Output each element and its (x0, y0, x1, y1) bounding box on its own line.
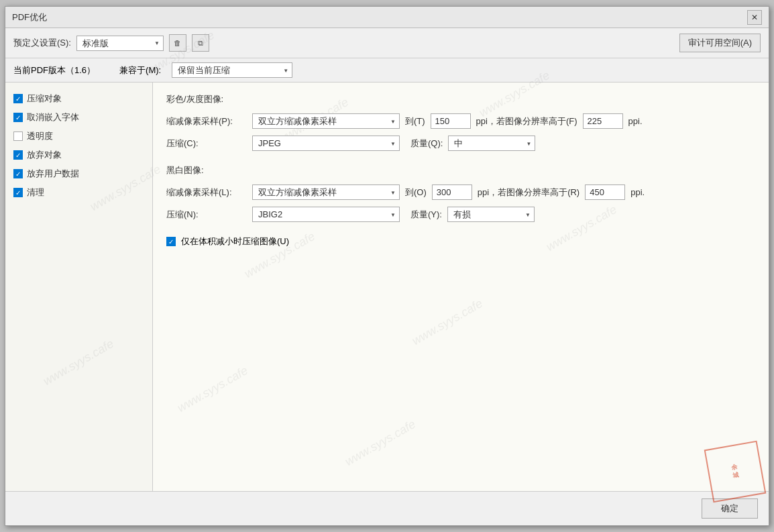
stamp-overlay: 余城 (704, 441, 767, 503)
color-downsample-row: 缩减像素采样(P): 双立方缩减像素采样 平均缩减像素采样 次像素采样 关闭 到… (166, 113, 755, 129)
sidebar-item-clean[interactable]: 清理 (11, 184, 147, 201)
pdf-optimize-dialog: www.syys.cafe www.syys.cafe www.syys.caf… (5, 6, 769, 526)
color-quality-label: 质量(Q): (410, 138, 443, 150)
black-ppi-input[interactable] (432, 184, 472, 200)
ok-button[interactable]: 确定 (702, 498, 758, 519)
checkbox-compress-objects[interactable] (13, 94, 23, 103)
black-ppi-unit: ppi，若图像分辨率高于(R) (478, 187, 579, 199)
black-to-label: 到(O) (405, 187, 427, 199)
footer: 确定 (5, 491, 769, 525)
black-compress-row: 压缩(N): JBIG2 CCITT组4 ZIP 关闭 质量(Y): 有损 无损 (166, 207, 755, 222)
checkbox-compress-when-smaller[interactable] (166, 237, 176, 246)
sidebar-item-discard-objects[interactable]: 放弃对象 (11, 147, 147, 163)
color-downsample-select-wrapper[interactable]: 双立方缩减像素采样 平均缩减像素采样 次像素采样 关闭 (252, 113, 400, 129)
toolbar-row: 预定义设置(S): 标准版 高质量打印 最小文件大小 🗑 ⧉ 审计可用空间(A) (5, 28, 769, 58)
checkbox-discard-objects[interactable] (13, 150, 23, 160)
black-quality-select[interactable]: 有损 无损 (447, 207, 535, 222)
compress-checkbox-label: 仅在体积减小时压缩图像(U) (181, 235, 289, 248)
color-downsample-label: 缩减像素采样(P): (166, 115, 247, 127)
sidebar-label-clean: 清理 (27, 187, 44, 199)
black-quality-label: 质量(Y): (410, 209, 442, 221)
color-if-ppi-input[interactable] (583, 113, 623, 129)
sidebar-label-unembed-fonts: 取消嵌入字体 (27, 111, 79, 123)
dialog-title: PDF优化 (12, 11, 47, 23)
black-if-unit: ppi. (630, 187, 645, 197)
color-ppi-input[interactable] (431, 113, 471, 129)
black-quality-select-wrapper[interactable]: 有损 无损 (447, 207, 535, 222)
color-if-unit: ppi. (628, 116, 643, 126)
main-content: 压缩对象 取消嵌入字体 透明度 放弃对象 放弃用户数据 清理 (5, 83, 769, 491)
color-ppi-unit: ppi，若图像分辨率高于(F) (476, 115, 577, 127)
audit-space-button[interactable]: 审计可用空间(A) (679, 34, 761, 52)
sidebar-item-discard-user-data[interactable]: 放弃用户数据 (11, 166, 147, 182)
color-section-title: 彩色/灰度图像: (166, 93, 755, 105)
preset-select[interactable]: 标准版 高质量打印 最小文件大小 (76, 36, 164, 51)
black-compress-select[interactable]: JBIG2 CCITT组4 ZIP 关闭 (252, 207, 400, 222)
color-compress-row: 压缩(C): JPEG JPEG2000 ZIP 关闭 质量(Q): 最低 低 … (166, 136, 755, 151)
sidebar-item-unembed-fonts[interactable]: 取消嵌入字体 (11, 109, 147, 125)
black-downsample-row: 缩减像素采样(L): 双立方缩减像素采样 平均缩减像素采样 次像素采样 关闭 到… (166, 184, 755, 200)
delete-preset-button[interactable]: 🗑 (169, 34, 186, 52)
checkbox-discard-user-data[interactable] (13, 169, 23, 178)
checkbox-transparency[interactable] (13, 131, 23, 141)
pdf-version-label: 当前PDF版本（1.6） (13, 64, 95, 76)
black-section-title: 黑白图像: (166, 164, 755, 176)
checkbox-unembed-fonts[interactable] (13, 113, 23, 122)
compress-checkbox-row: 仅在体积减小时压缩图像(U) (166, 235, 755, 248)
sidebar-label-transparency: 透明度 (27, 130, 53, 142)
sidebar-item-compress-objects[interactable]: 压缩对象 (11, 91, 147, 107)
copy-preset-button[interactable]: ⧉ (192, 34, 209, 52)
compat-select-wrapper[interactable]: 保留当前压缩 Acrobat 4 和更高版本 Acrobat 5 和更高版本 (172, 62, 292, 78)
black-downsample-select[interactable]: 双立方缩减像素采样 平均缩减像素采样 次像素采样 关闭 (252, 184, 400, 200)
color-compress-select-wrapper[interactable]: JPEG JPEG2000 ZIP 关闭 (252, 136, 400, 151)
color-downsample-select[interactable]: 双立方缩减像素采样 平均缩减像素采样 次像素采样 关闭 (252, 113, 400, 129)
black-compress-label: 压缩(N): (166, 209, 247, 221)
black-downsample-select-wrapper[interactable]: 双立方缩减像素采样 平均缩减像素采样 次像素采样 关闭 (252, 184, 400, 200)
preset-select-wrapper[interactable]: 标准版 高质量打印 最小文件大小 (76, 36, 164, 51)
sidebar-label-discard-user-data: 放弃用户数据 (27, 168, 79, 180)
color-compress-label: 压缩(C): (166, 138, 247, 150)
sidebar-label-discard-objects: 放弃对象 (27, 149, 62, 161)
color-to-label: 到(T) (405, 115, 425, 127)
title-bar: PDF优化 ✕ (5, 7, 769, 28)
black-if-ppi-input[interactable] (585, 184, 625, 200)
checkbox-clean[interactable] (13, 188, 23, 197)
content-panel: 彩色/灰度图像: 缩减像素采样(P): 双立方缩减像素采样 平均缩减像素采样 次… (153, 83, 769, 491)
pdf-version-row: 当前PDF版本（1.6） 兼容于(M): 保留当前压缩 Acrobat 4 和更… (5, 58, 769, 83)
compat-label: 兼容于(M): (119, 64, 161, 76)
sidebar-label-compress-objects: 压缩对象 (27, 93, 62, 105)
black-compress-select-wrapper[interactable]: JBIG2 CCITT组4 ZIP 关闭 (252, 207, 400, 222)
color-quality-select-wrapper[interactable]: 最低 低 中 高 最高 (448, 136, 535, 151)
color-quality-select[interactable]: 最低 低 中 高 最高 (448, 136, 535, 151)
color-compress-select[interactable]: JPEG JPEG2000 ZIP 关闭 (252, 136, 400, 151)
black-downsample-label: 缩减像素采样(L): (166, 187, 247, 199)
close-button[interactable]: ✕ (747, 10, 762, 25)
compat-select[interactable]: 保留当前压缩 Acrobat 4 和更高版本 Acrobat 5 和更高版本 (172, 62, 292, 78)
sidebar: 压缩对象 取消嵌入字体 透明度 放弃对象 放弃用户数据 清理 (5, 83, 153, 491)
preset-label: 预定义设置(S): (13, 37, 71, 49)
sidebar-item-transparency[interactable]: 透明度 (11, 128, 147, 144)
